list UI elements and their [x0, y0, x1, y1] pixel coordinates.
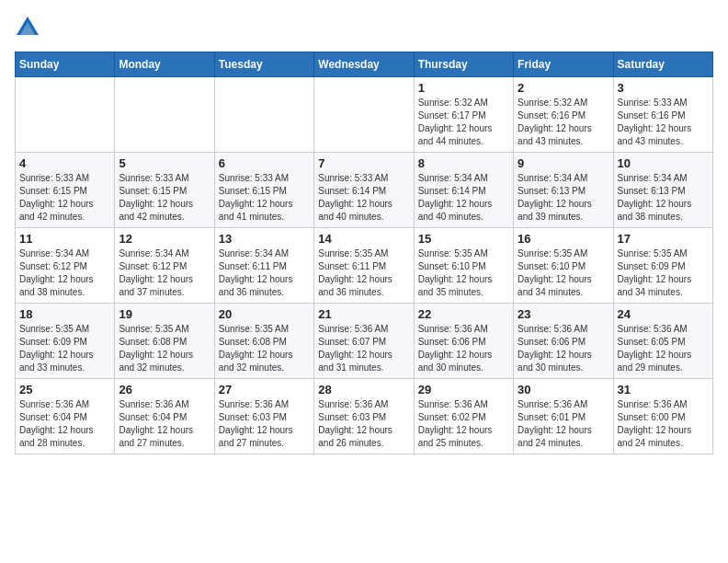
day-info: Sunrise: 5:33 AMSunset: 6:16 PMDaylight:… — [618, 97, 709, 148]
day-info: Sunrise: 5:35 AMSunset: 6:08 PMDaylight:… — [219, 323, 310, 374]
calendar-week-row: 1Sunrise: 5:32 AMSunset: 6:17 PMDaylight… — [16, 77, 713, 153]
calendar-cell: 11Sunrise: 5:34 AMSunset: 6:12 PMDayligh… — [16, 228, 115, 304]
calendar-week-row: 18Sunrise: 5:35 AMSunset: 6:09 PMDayligh… — [16, 304, 713, 379]
day-info: Sunrise: 5:32 AMSunset: 6:16 PMDaylight:… — [518, 97, 609, 148]
calendar-cell: 12Sunrise: 5:34 AMSunset: 6:12 PMDayligh… — [115, 228, 214, 304]
calendar-cell: 17Sunrise: 5:35 AMSunset: 6:09 PMDayligh… — [613, 228, 712, 304]
day-number: 7 — [318, 156, 409, 170]
day-info: Sunrise: 5:34 AMSunset: 6:12 PMDaylight:… — [119, 247, 210, 299]
day-number: 6 — [219, 156, 310, 170]
day-info: Sunrise: 5:34 AMSunset: 6:12 PMDaylight:… — [19, 247, 110, 299]
day-number: 1 — [418, 81, 509, 95]
logo — [15, 15, 44, 40]
day-number: 13 — [219, 232, 310, 246]
day-number: 14 — [318, 232, 409, 246]
calendar-cell: 26Sunrise: 5:36 AMSunset: 6:04 PMDayligh… — [115, 379, 214, 454]
day-info: Sunrise: 5:32 AMSunset: 6:17 PMDaylight:… — [418, 97, 509, 148]
calendar-week-row: 25Sunrise: 5:36 AMSunset: 6:04 PMDayligh… — [16, 379, 713, 454]
calendar-cell: 10Sunrise: 5:34 AMSunset: 6:13 PMDayligh… — [613, 153, 712, 228]
day-info: Sunrise: 5:34 AMSunset: 6:13 PMDaylight:… — [618, 172, 709, 224]
column-header-tuesday: Tuesday — [214, 52, 313, 77]
day-info: Sunrise: 5:36 AMSunset: 6:03 PMDaylight:… — [219, 398, 310, 450]
day-info: Sunrise: 5:35 AMSunset: 6:09 PMDaylight:… — [19, 323, 110, 374]
calendar-cell: 8Sunrise: 5:34 AMSunset: 6:14 PMDaylight… — [414, 153, 513, 228]
day-info: Sunrise: 5:35 AMSunset: 6:11 PMDaylight:… — [318, 247, 409, 299]
day-info: Sunrise: 5:34 AMSunset: 6:14 PMDaylight:… — [418, 172, 509, 224]
day-number: 5 — [119, 156, 210, 170]
day-info: Sunrise: 5:36 AMSunset: 6:02 PMDaylight:… — [418, 398, 509, 450]
calendar-cell: 31Sunrise: 5:36 AMSunset: 6:00 PMDayligh… — [613, 379, 712, 454]
calendar-cell: 18Sunrise: 5:35 AMSunset: 6:09 PMDayligh… — [16, 304, 115, 379]
day-info: Sunrise: 5:35 AMSunset: 6:10 PMDaylight:… — [418, 247, 509, 299]
calendar-cell: 30Sunrise: 5:36 AMSunset: 6:01 PMDayligh… — [514, 379, 613, 454]
day-number: 11 — [19, 232, 110, 246]
column-header-wednesday: Wednesday — [314, 52, 414, 77]
calendar-cell: 22Sunrise: 5:36 AMSunset: 6:06 PMDayligh… — [414, 304, 513, 379]
day-info: Sunrise: 5:36 AMSunset: 6:04 PMDaylight:… — [119, 398, 210, 450]
column-header-sunday: Sunday — [16, 52, 115, 77]
day-number: 23 — [518, 307, 609, 321]
day-number: 28 — [318, 383, 409, 396]
day-number: 9 — [518, 156, 609, 170]
day-number: 4 — [19, 156, 110, 170]
calendar-cell: 20Sunrise: 5:35 AMSunset: 6:08 PMDayligh… — [214, 304, 313, 379]
column-header-friday: Friday — [514, 52, 613, 77]
day-number: 3 — [618, 81, 709, 95]
calendar-cell — [314, 77, 414, 153]
day-info: Sunrise: 5:35 AMSunset: 6:10 PMDaylight:… — [518, 247, 609, 299]
calendar-cell: 27Sunrise: 5:36 AMSunset: 6:03 PMDayligh… — [214, 379, 313, 454]
day-number: 21 — [318, 307, 409, 321]
calendar-cell: 19Sunrise: 5:35 AMSunset: 6:08 PMDayligh… — [115, 304, 214, 379]
calendar-cell: 14Sunrise: 5:35 AMSunset: 6:11 PMDayligh… — [314, 228, 414, 304]
calendar-cell: 21Sunrise: 5:36 AMSunset: 6:07 PMDayligh… — [314, 304, 414, 379]
column-header-monday: Monday — [115, 52, 214, 77]
calendar-cell: 29Sunrise: 5:36 AMSunset: 6:02 PMDayligh… — [414, 379, 513, 454]
day-number: 17 — [618, 232, 709, 246]
calendar-cell: 25Sunrise: 5:36 AMSunset: 6:04 PMDayligh… — [16, 379, 115, 454]
day-info: Sunrise: 5:36 AMSunset: 6:00 PMDaylight:… — [618, 398, 709, 450]
day-info: Sunrise: 5:36 AMSunset: 6:06 PMDaylight:… — [518, 323, 609, 374]
day-number: 29 — [418, 383, 509, 396]
day-info: Sunrise: 5:36 AMSunset: 6:07 PMDaylight:… — [318, 323, 409, 374]
day-number: 19 — [119, 307, 210, 321]
day-number: 24 — [618, 307, 709, 321]
day-number: 27 — [219, 383, 310, 396]
day-info: Sunrise: 5:36 AMSunset: 6:04 PMDaylight:… — [19, 398, 110, 450]
day-info: Sunrise: 5:35 AMSunset: 6:08 PMDaylight:… — [119, 323, 210, 374]
calendar-cell: 7Sunrise: 5:33 AMSunset: 6:14 PMDaylight… — [314, 153, 414, 228]
day-number: 18 — [19, 307, 110, 321]
calendar-cell: 23Sunrise: 5:36 AMSunset: 6:06 PMDayligh… — [514, 304, 613, 379]
day-number: 25 — [19, 383, 110, 396]
calendar-table: SundayMondayTuesdayWednesdayThursdayFrid… — [15, 52, 713, 454]
day-number: 20 — [219, 307, 310, 321]
calendar-week-row: 4Sunrise: 5:33 AMSunset: 6:15 PMDaylight… — [16, 153, 713, 228]
day-number: 30 — [518, 383, 609, 396]
column-header-thursday: Thursday — [414, 52, 513, 77]
day-info: Sunrise: 5:36 AMSunset: 6:01 PMDaylight:… — [518, 398, 609, 450]
calendar-cell: 3Sunrise: 5:33 AMSunset: 6:16 PMDaylight… — [613, 77, 712, 153]
day-info: Sunrise: 5:33 AMSunset: 6:15 PMDaylight:… — [219, 172, 310, 224]
calendar-cell: 15Sunrise: 5:35 AMSunset: 6:10 PMDayligh… — [414, 228, 513, 304]
day-info: Sunrise: 5:33 AMSunset: 6:15 PMDaylight:… — [19, 172, 110, 224]
calendar-header-row: SundayMondayTuesdayWednesdayThursdayFrid… — [16, 52, 713, 77]
day-info: Sunrise: 5:33 AMSunset: 6:14 PMDaylight:… — [318, 172, 409, 224]
page-header — [15, 15, 713, 40]
column-header-saturday: Saturday — [613, 52, 712, 77]
day-info: Sunrise: 5:35 AMSunset: 6:09 PMDaylight:… — [618, 247, 709, 299]
day-number: 26 — [119, 383, 210, 396]
day-info: Sunrise: 5:34 AMSunset: 6:11 PMDaylight:… — [219, 247, 310, 299]
calendar-cell: 9Sunrise: 5:34 AMSunset: 6:13 PMDaylight… — [514, 153, 613, 228]
calendar-cell: 2Sunrise: 5:32 AMSunset: 6:16 PMDaylight… — [514, 77, 613, 153]
day-number: 2 — [518, 81, 609, 95]
day-number: 15 — [418, 232, 509, 246]
calendar-cell: 6Sunrise: 5:33 AMSunset: 6:15 PMDaylight… — [214, 153, 313, 228]
day-info: Sunrise: 5:36 AMSunset: 6:06 PMDaylight:… — [418, 323, 509, 374]
day-number: 31 — [618, 383, 709, 396]
calendar-cell — [214, 77, 313, 153]
calendar-cell: 24Sunrise: 5:36 AMSunset: 6:05 PMDayligh… — [613, 304, 712, 379]
calendar-cell: 13Sunrise: 5:34 AMSunset: 6:11 PMDayligh… — [214, 228, 313, 304]
day-number: 22 — [418, 307, 509, 321]
calendar-cell: 5Sunrise: 5:33 AMSunset: 6:15 PMDaylight… — [115, 153, 214, 228]
calendar-cell: 1Sunrise: 5:32 AMSunset: 6:17 PMDaylight… — [414, 77, 513, 153]
calendar-week-row: 11Sunrise: 5:34 AMSunset: 6:12 PMDayligh… — [16, 228, 713, 304]
